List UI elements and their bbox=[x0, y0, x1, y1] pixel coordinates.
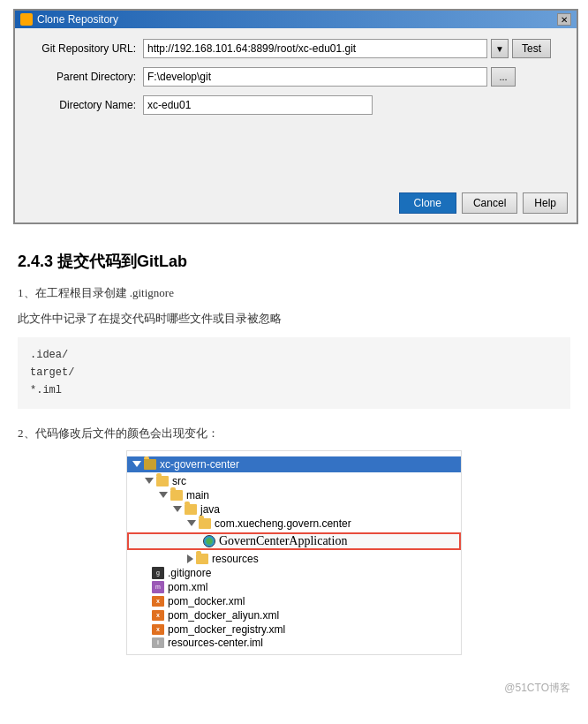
folder-icon bbox=[156, 476, 169, 486]
step1-text: 1、在工程根目录创建 .gitignore bbox=[18, 284, 570, 303]
list-item: GovernCenterApplication bbox=[127, 532, 461, 550]
list-item: com.xuecheng.govern.center bbox=[127, 517, 461, 531]
list-item: x pom_docker.xml bbox=[127, 594, 461, 608]
tree-item-label: pom_docker.xml bbox=[168, 595, 245, 607]
folder-expand-icon bbox=[187, 520, 196, 526]
list-item: src bbox=[127, 474, 461, 488]
dialog-wrapper: Clone Repository ✕ Git Repository URL: ▼… bbox=[0, 0, 588, 238]
parent-dir-label: Parent Directory: bbox=[28, 71, 143, 83]
file-icon: i bbox=[152, 637, 164, 648]
test-button[interactable]: Test bbox=[512, 39, 551, 58]
root-folder-icon bbox=[144, 459, 156, 470]
tree-item-label: GovernCenterApplication bbox=[219, 534, 347, 548]
dialog-footer: Clone Cancel Help bbox=[15, 187, 577, 222]
tree-item-label: pom_docker_aliyun.xml bbox=[168, 609, 279, 622]
step2-text: 2、代码修改后文件的颜色会出现变化： bbox=[18, 425, 570, 443]
folder-expand-icon bbox=[145, 478, 154, 484]
dialog-icon bbox=[20, 13, 33, 26]
folder-icon bbox=[185, 504, 197, 515]
dir-name-label: Directory Name: bbox=[28, 99, 143, 111]
list-item: main bbox=[127, 488, 461, 502]
git-repo-input-wrap: ▼ Test bbox=[143, 39, 563, 58]
filetree-root-label: xc-govern-center bbox=[160, 458, 239, 471]
article-content: 2.4.3 提交代码到GitLab 1、在工程根目录创建 .gitignore … bbox=[0, 238, 588, 675]
folder-expand-icon bbox=[173, 506, 182, 512]
dir-name-input-wrap bbox=[143, 95, 563, 115]
watermark: @51CTO博客 bbox=[0, 675, 588, 699]
list-item: x pom_docker_registry.xml bbox=[127, 622, 461, 637]
list-item: java bbox=[127, 502, 461, 517]
section-heading: 2.4.3 提交代码到GitLab bbox=[18, 251, 570, 272]
dialog-titlebar: Clone Repository ✕ bbox=[15, 11, 577, 28]
parent-dir-input-wrap: ... bbox=[143, 67, 563, 87]
close-button[interactable]: ✕ bbox=[557, 13, 571, 26]
list-item: resources bbox=[127, 552, 461, 566]
help-button[interactable]: Help bbox=[523, 192, 568, 214]
gitignore-icon: g bbox=[152, 567, 164, 579]
dir-name-row: Directory Name: bbox=[28, 95, 563, 115]
clone-repository-dialog: Clone Repository ✕ Git Repository URL: ▼… bbox=[13, 9, 578, 224]
xml-icon: x bbox=[152, 596, 164, 607]
list-item: g .gitignore bbox=[127, 566, 461, 580]
git-repo-label: Git Repository URL: bbox=[28, 42, 143, 55]
tree-item-label: pom_docker_registry.xml bbox=[168, 623, 285, 636]
list-item: x pom_docker_aliyun.xml bbox=[127, 608, 461, 622]
titlebar-left: Clone Repository bbox=[20, 13, 118, 26]
tree-item-label: .gitignore bbox=[168, 567, 211, 579]
parent-dir-row: Parent Directory: ... bbox=[28, 67, 563, 87]
list-item: i resources-center.iml bbox=[127, 637, 461, 649]
dialog-title: Clone Repository bbox=[37, 13, 118, 26]
tree-item-label: resources bbox=[212, 553, 259, 565]
folder-icon bbox=[199, 518, 211, 529]
dir-name-input[interactable] bbox=[143, 95, 373, 115]
tree-item-label: src bbox=[172, 475, 186, 487]
dialog-spacer bbox=[28, 124, 563, 177]
parent-dir-input[interactable] bbox=[143, 67, 487, 87]
filetree-root: xc-govern-center bbox=[127, 456, 461, 472]
clone-button[interactable]: Clone bbox=[399, 192, 456, 214]
xml-icon: x bbox=[152, 610, 164, 621]
file-tree-container: xc-govern-center src main java com.xuech… bbox=[126, 450, 462, 655]
root-triangle-icon bbox=[132, 461, 141, 467]
pom-icon: m bbox=[152, 581, 164, 593]
tree-item-label: java bbox=[200, 503, 220, 516]
tree-item-label: resources-center.iml bbox=[168, 637, 263, 649]
folder-icon bbox=[196, 554, 208, 564]
gitignore-code: .idea/ target/ *.iml bbox=[18, 337, 570, 409]
tree-item-label: pom.xml bbox=[168, 581, 207, 593]
step1-desc: 此文件中记录了在提交代码时哪些文件或目录被忽略 bbox=[18, 310, 570, 328]
folder-collapsed-icon bbox=[187, 554, 193, 563]
git-repo-dropdown-button[interactable]: ▼ bbox=[491, 39, 509, 58]
tree-item-label: main bbox=[186, 489, 209, 502]
app-class-icon bbox=[203, 535, 215, 547]
folder-icon bbox=[170, 490, 183, 501]
cancel-button[interactable]: Cancel bbox=[462, 192, 517, 214]
git-repo-url-input[interactable] bbox=[143, 39, 487, 58]
tree-item-label: com.xuecheng.govern.center bbox=[215, 517, 351, 530]
list-item: m pom.xml bbox=[127, 580, 461, 594]
git-repo-row: Git Repository URL: ▼ Test bbox=[28, 39, 563, 58]
folder-expand-icon bbox=[159, 492, 168, 498]
browse-button[interactable]: ... bbox=[491, 67, 516, 87]
dialog-content: Git Repository URL: ▼ Test Parent Direct… bbox=[15, 28, 577, 187]
xml-icon: x bbox=[152, 624, 164, 635]
